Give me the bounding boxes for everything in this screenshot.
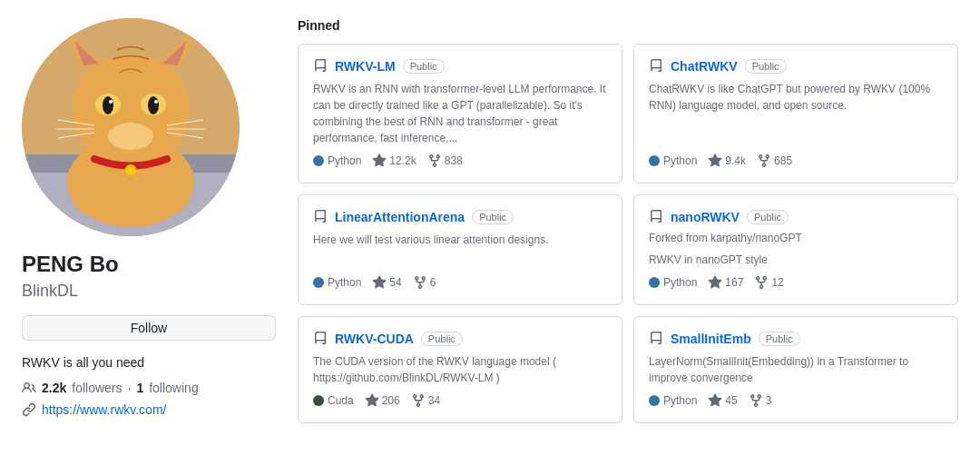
repo-card-header: SmallInitEmbPublic [649, 332, 943, 346]
repo-card: LinearAttentionArenaPublicHere we will t… [298, 194, 622, 305]
repo-forks[interactable]: 34 [411, 393, 440, 408]
following-label: following [149, 381, 198, 395]
repo-meta: Python546 [313, 275, 607, 290]
repo-stars[interactable]: 54 [372, 275, 401, 290]
fork-icon [411, 393, 426, 408]
bio: RWKV is all you need [22, 355, 144, 370]
fork-icon [413, 275, 427, 290]
fork-source-link[interactable]: karpathy/nanoGPT [710, 232, 802, 244]
sidebar: PENG Bo BlinkDL Follow RWKV is all you n… [22, 18, 276, 423]
repo-description: RWKV in nanoGPT style [649, 252, 943, 268]
repo-forks[interactable]: 12 [754, 275, 783, 290]
lang-label: Python [328, 154, 361, 167]
visibility-badge: Public [747, 210, 789, 224]
repo-card-header: nanoRWKVPublic [649, 210, 943, 224]
stars-count: 206 [382, 394, 400, 407]
people-icon [22, 381, 36, 395]
following-count[interactable]: 1 [136, 381, 143, 395]
fork-icon [749, 393, 763, 408]
svg-point-23 [74, 183, 124, 216]
lang-label: Python [663, 154, 697, 167]
pinned-grid: RWKV-LMPublicRWKV is an RNN with transfo… [298, 44, 958, 423]
lang-label: Python [663, 394, 697, 407]
display-name: PENG Bo [22, 251, 119, 278]
repo-name[interactable]: nanoRWKV [671, 210, 740, 224]
repo-stars[interactable]: 9.4k [708, 154, 746, 168]
followers-stats: 2.2k followers · 1 following [22, 381, 199, 395]
repo-language: Python [649, 276, 697, 289]
repo-meta: Python9.4k685 [649, 154, 943, 168]
repo-meta: Cuda20634 [313, 393, 607, 408]
svg-point-24 [137, 183, 188, 216]
repo-icon [313, 59, 328, 74]
lang-dot [649, 155, 660, 166]
visibility-badge: Public [759, 332, 800, 346]
lang-dot [649, 277, 660, 288]
repo-card: RWKV-CUDAPublicThe CUDA version of the R… [298, 316, 622, 423]
star-icon [372, 154, 387, 168]
repo-forks[interactable]: 838 [427, 154, 463, 168]
repo-name[interactable]: LinearAttentionArena [335, 210, 465, 224]
repo-language: Python [649, 154, 697, 167]
repo-card-header: RWKV-LMPublic [313, 59, 607, 74]
website-link[interactable]: https://www.rwkv.com/ [42, 402, 166, 417]
repo-name[interactable]: SmallInitEmb [671, 332, 751, 346]
svg-point-25 [108, 123, 153, 150]
star-icon [708, 393, 722, 408]
username: BlinkDL [22, 282, 78, 301]
repo-language: Python [313, 154, 361, 167]
repo-card: RWKV-LMPublicRWKV is an RNN with transfo… [298, 44, 622, 183]
forks-count: 12 [771, 276, 783, 289]
star-icon [365, 393, 379, 408]
repo-icon [649, 210, 663, 224]
repo-stars[interactable]: 167 [708, 275, 743, 290]
repo-description: LayerNorm(SmallInit(Embedding)) in a Tra… [649, 353, 943, 386]
svg-point-11 [103, 96, 113, 114]
repo-stars[interactable]: 12.2k [372, 154, 416, 168]
forks-count: 34 [428, 394, 440, 407]
repo-description: Here we will test various linear attenti… [313, 232, 607, 268]
repo-stars[interactable]: 45 [708, 393, 737, 408]
repo-card: SmallInitEmbPublicLayerNorm(SmallInit(Em… [633, 316, 958, 423]
fork-icon [754, 275, 769, 290]
lang-dot [313, 395, 324, 406]
star-icon [708, 275, 722, 290]
repo-card-header: LinearAttentionArenaPublic [313, 210, 607, 224]
repo-forks[interactable]: 6 [413, 275, 436, 290]
star-icon [708, 154, 722, 168]
repo-forks[interactable]: 3 [749, 393, 772, 408]
stars-count: 12.2k [389, 154, 416, 167]
repo-stars[interactable]: 206 [365, 393, 400, 408]
followers-count[interactable]: 2.2k [42, 381, 66, 395]
forks-count: 6 [430, 276, 436, 289]
follow-button[interactable]: Follow [22, 315, 276, 341]
fork-icon [427, 154, 442, 168]
followers-label: followers [72, 381, 122, 395]
stars-count: 9.4k [725, 154, 746, 167]
lang-label: Python [328, 276, 361, 289]
repo-description: RWKV is an RNN with transformer-level LL… [313, 81, 607, 146]
forks-count: 3 [766, 394, 772, 407]
repo-description: ChatRWKV is like ChatGPT but powered by … [649, 81, 943, 146]
repo-language: Python [313, 276, 361, 289]
link-icon [22, 402, 36, 417]
star-icon [372, 275, 387, 290]
repo-meta: Python12.2k838 [313, 154, 607, 168]
repo-name[interactable]: RWKV-LM [335, 59, 396, 74]
repo-name[interactable]: ChatRWKV [671, 59, 738, 74]
avatar [22, 18, 240, 236]
repo-forks[interactable]: 685 [757, 154, 792, 168]
repo-card-header: RWKV-CUDAPublic [313, 332, 607, 346]
lang-dot [313, 277, 324, 288]
svg-point-22 [125, 164, 136, 175]
repo-meta: Python453 [649, 393, 943, 408]
visibility-badge: Public [421, 332, 463, 346]
repo-name[interactable]: RWKV-CUDA [335, 332, 414, 346]
repo-card: ChatRWKVPublicChatRWKV is like ChatGPT b… [633, 44, 958, 183]
stars-count: 54 [389, 276, 401, 289]
svg-point-14 [154, 100, 158, 104]
stars-count: 167 [725, 276, 743, 289]
forked-from: Forked from karpathy/nanoGPT [649, 232, 943, 244]
repo-language: Cuda [313, 394, 354, 407]
repo-card-header: ChatRWKVPublic [649, 59, 943, 74]
